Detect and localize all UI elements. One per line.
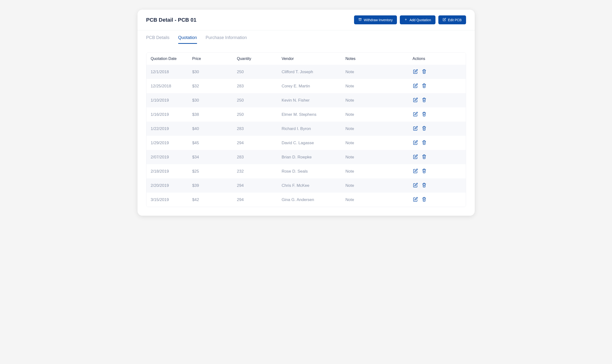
edit-icon [413,197,418,202]
trash-icon [422,112,426,117]
delete-row-button[interactable] [421,111,427,118]
cell-date: 2/18/2019 [146,164,188,178]
edit-icon [413,183,418,188]
tab-quotation[interactable]: Quotation [178,35,197,44]
button-label: Add Quotation [410,18,431,22]
cell-quantity: 250 [233,107,278,122]
cell-quantity: 294 [233,178,278,193]
cell-notes: Note [341,193,408,207]
cell-date: 1/29/2019 [146,136,188,150]
edit-pcb-button[interactable]: Edit PCB [438,15,466,24]
cell-vendor: Richard I. Byron [277,122,341,136]
trash-icon [422,197,426,202]
edit-icon [413,169,418,174]
cell-vendor: Corey E. Martin [277,79,341,93]
cell-actions [408,136,466,150]
tabs: PCB Details Quotation Purchase Informati… [137,30,475,44]
edit-icon [413,112,418,117]
cell-vendor: Rose D. Seals [277,164,341,178]
cell-actions [408,79,466,93]
detail-card: PCB Detail - PCB 01 Withdraw Inventory A… [137,10,475,216]
edit-row-button[interactable] [412,140,418,146]
edit-icon [413,126,418,131]
archive-icon [358,18,362,22]
cell-date: 12/25/2018 [146,79,188,93]
header-buttons: Withdraw Inventory Add Quotation Edit PC… [354,15,466,24]
cell-notes: Note [341,150,408,164]
cell-vendor: Kevin N. Fisher [277,93,341,107]
tab-purchase-information[interactable]: Purchase Information [206,35,247,44]
add-quotation-button[interactable]: Add Quotation [400,15,436,24]
tab-pcb-details[interactable]: PCB Details [146,35,170,44]
cell-notes: Note [341,65,408,79]
edit-row-button[interactable] [412,69,418,75]
delete-row-button[interactable] [421,154,427,160]
delete-row-button[interactable] [421,196,427,203]
cell-vendor: Clifford T. Joseph [277,65,341,79]
cell-price: $45 [188,136,233,150]
table-row: 3/15/2019$42294Gina G. AndersenNote [146,193,466,207]
th-vendor: Vendor [277,53,341,65]
cell-date: 1/10/2019 [146,93,188,107]
edit-row-button[interactable] [412,83,418,89]
cell-quantity: 250 [233,93,278,107]
table-row: 1/10/2019$30250Kevin N. FisherNote [146,93,466,107]
trash-icon [422,83,426,89]
edit-icon [413,140,418,146]
delete-row-button[interactable] [421,125,427,132]
delete-row-button[interactable] [421,83,427,89]
header: PCB Detail - PCB 01 Withdraw Inventory A… [137,10,475,30]
cell-price: $30 [188,65,233,79]
trash-icon [422,126,426,131]
cell-vendor: Chris F. McKee [277,178,341,193]
table-row: 1/16/2019$38250Elmer M. StephensNote [146,107,466,122]
cell-vendor: Gina G. Andersen [277,193,341,207]
cell-price: $40 [188,122,233,136]
cell-date: 12/1/2018 [146,65,188,79]
cell-quantity: 283 [233,150,278,164]
edit-row-button[interactable] [412,168,418,175]
trash-icon [422,98,426,103]
cell-notes: Note [341,107,408,122]
edit-row-button[interactable] [412,182,418,189]
cell-notes: Note [341,93,408,107]
cell-notes: Note [341,164,408,178]
delete-row-button[interactable] [421,168,427,175]
plus-icon [404,18,408,22]
th-quotation-date: Quotation Date [146,53,188,65]
cell-actions [408,150,466,164]
delete-row-button[interactable] [421,69,427,75]
edit-row-button[interactable] [412,97,418,104]
cell-quantity: 283 [233,122,278,136]
cell-actions [408,193,466,207]
withdraw-inventory-button[interactable]: Withdraw Inventory [354,15,397,24]
button-label: Edit PCB [448,18,462,22]
edit-row-button[interactable] [412,125,418,132]
cell-quantity: 250 [233,65,278,79]
table-row: 1/29/2019$45294David C. LagasseNote [146,136,466,150]
edit-row-button[interactable] [412,154,418,160]
delete-row-button[interactable] [421,97,427,104]
cell-notes: Note [341,136,408,150]
th-price: Price [188,53,233,65]
edit-row-button[interactable] [412,196,418,203]
edit-row-button[interactable] [412,111,418,118]
trash-icon [422,69,426,75]
cell-price: $30 [188,93,233,107]
trash-icon [422,183,426,188]
svg-rect-0 [359,18,361,19]
delete-row-button[interactable] [421,182,427,189]
button-label: Withdraw Inventory [364,18,393,22]
edit-icon [413,69,418,75]
cell-quantity: 232 [233,164,278,178]
quotation-table-wrap: Quotation Date Price Quantity Vendor Not… [146,52,466,207]
cell-date: 1/16/2019 [146,107,188,122]
delete-row-button[interactable] [421,140,427,146]
cell-price: $39 [188,178,233,193]
cell-quantity: 283 [233,79,278,93]
trash-icon [422,169,426,174]
th-notes: Notes [341,53,408,65]
cell-price: $25 [188,164,233,178]
cell-actions [408,107,466,122]
edit-icon [413,98,418,103]
